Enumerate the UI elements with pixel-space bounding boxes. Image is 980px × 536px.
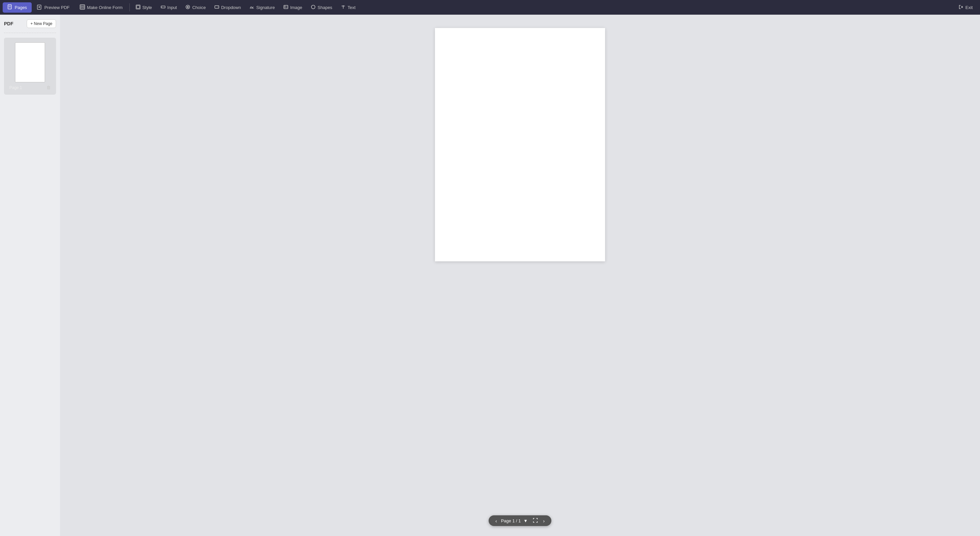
top-nav: Pages Preview PDF Make Online Form Style…: [0, 0, 980, 15]
svg-point-17: [285, 6, 286, 7]
tool-dropdown-label: Dropdown: [221, 5, 241, 10]
prev-page-button[interactable]: ‹: [494, 519, 498, 523]
svg-rect-5: [81, 6, 82, 7]
tool-signature-label: Signature: [256, 5, 275, 10]
choice-icon: [185, 5, 190, 10]
tab-pages[interactable]: Pages: [3, 2, 32, 13]
tool-choice[interactable]: Choice: [181, 3, 210, 12]
tab-preview-pdf[interactable]: Preview PDF: [32, 2, 75, 13]
tool-style[interactable]: Style: [132, 3, 156, 12]
tab-preview-label: Preview PDF: [45, 5, 70, 10]
signature-icon: [250, 5, 254, 10]
style-icon: [136, 5, 140, 10]
form-icon: [80, 4, 85, 11]
tab-pages-label: Pages: [15, 5, 27, 10]
svg-rect-14: [215, 6, 219, 8]
tool-text-label: Text: [348, 5, 356, 10]
tool-shapes-label: Shapes: [318, 5, 332, 10]
canvas-area[interactable]: [60, 15, 980, 536]
svg-rect-4: [80, 5, 85, 10]
image-icon: [283, 5, 288, 10]
tool-image[interactable]: Image: [280, 3, 306, 12]
svg-rect-6: [83, 6, 84, 7]
delete-page-icon[interactable]: 🗑: [46, 85, 51, 90]
exit-label: Exit: [965, 5, 973, 10]
sidebar-divider: [4, 33, 56, 33]
exit-button[interactable]: Exit: [954, 3, 977, 12]
new-page-button[interactable]: + New Page: [27, 19, 56, 28]
tool-dropdown[interactable]: Dropdown: [210, 3, 245, 12]
text-icon: [341, 5, 345, 10]
tab-form-label: Make Online Form: [87, 5, 123, 10]
fit-to-screen-button[interactable]: [532, 518, 539, 523]
exit-icon: [959, 5, 963, 10]
page-canvas: [435, 28, 605, 261]
tool-image-label: Image: [290, 5, 302, 10]
svg-rect-9: [137, 6, 139, 8]
page-info: Page 1 / 1 ▼: [501, 519, 529, 523]
tool-signature[interactable]: Signature: [245, 3, 279, 12]
tool-input[interactable]: Input: [157, 3, 181, 12]
svg-point-13: [187, 6, 189, 8]
next-page-button[interactable]: ›: [542, 519, 546, 523]
preview-icon: [37, 4, 42, 11]
sidebar-title: PDF: [4, 21, 13, 26]
dropdown-icon: [215, 5, 219, 10]
page-info-text: Page 1 / 1: [501, 519, 521, 523]
input-icon: [161, 5, 165, 10]
tool-shapes[interactable]: Shapes: [307, 3, 336, 12]
page-dropdown-button[interactable]: ▼: [522, 519, 529, 523]
svg-rect-7: [81, 7, 84, 8]
tool-text[interactable]: Text: [337, 3, 360, 12]
pagination-bar: ‹ Page 1 / 1 ▼ ›: [488, 515, 551, 526]
sidebar: PDF + New Page Page 1 🗑: [0, 15, 60, 536]
sidebar-header: PDF + New Page: [4, 19, 56, 28]
page-1-label: Page 1: [10, 85, 22, 90]
page-label-row: Page 1 🗑: [9, 85, 51, 90]
page-1-thumbnail-container[interactable]: Page 1 🗑: [4, 38, 56, 95]
shapes-icon: [311, 5, 315, 10]
main-layout: PDF + New Page Page 1 🗑: [0, 15, 980, 536]
tool-choice-label: Choice: [192, 5, 205, 10]
tab-make-online-form[interactable]: Make Online Form: [75, 2, 127, 13]
nav-divider: [129, 3, 130, 11]
tool-input-label: Input: [167, 5, 177, 10]
page-1-thumbnail: [15, 42, 45, 82]
pages-icon: [7, 4, 13, 11]
tool-style-label: Style: [142, 5, 152, 10]
svg-point-18: [312, 5, 315, 9]
